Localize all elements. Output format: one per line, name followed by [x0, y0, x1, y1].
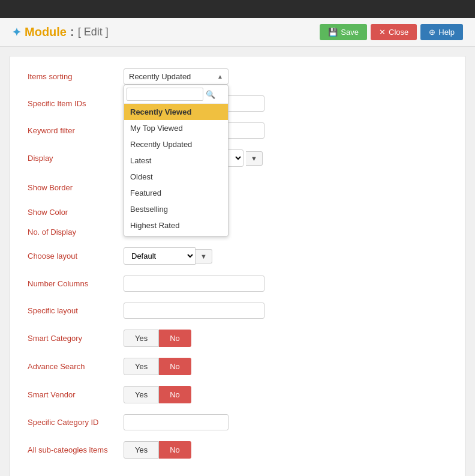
- page-title: ✦ Module : [ Edit ]: [12, 25, 109, 39]
- title-edit: [ Edit ]: [78, 26, 109, 38]
- dropdown-item-featured[interactable]: Featured: [124, 185, 228, 201]
- content-area: Items sorting Recently Updated ▲ 🔍 Recen…: [9, 56, 466, 476]
- show-border-label: Show Border: [28, 183, 124, 192]
- title-separator: :: [70, 25, 74, 39]
- dropdown-item-highest-rated[interactable]: Highest Rated: [124, 217, 228, 233]
- choose-layout-label: Choose layout: [28, 252, 124, 261]
- specific-item-ids-label: Specific Item IDs: [28, 99, 124, 108]
- save-icon: 💾: [328, 28, 338, 37]
- specific-layout-row: Specific layout: [28, 303, 447, 319]
- keyword-filter-row: Keyword filter: [28, 122, 447, 139]
- no-of-display-row: No. of Display: [28, 227, 447, 236]
- advance-search-label: Advance Search: [28, 362, 124, 371]
- show-border-row: Show Border: [28, 178, 447, 197]
- smart-vendor-no-button[interactable]: No: [159, 386, 191, 403]
- smart-category-row: Smart Category Yes No: [28, 330, 447, 347]
- choose-layout-row: Choose layout Default Grid List ▼: [28, 247, 447, 265]
- no-of-display-label: No. of Display: [28, 227, 124, 236]
- dropdown-item-bestselling[interactable]: Bestselling: [124, 201, 228, 217]
- smart-category-yes-button[interactable]: Yes: [124, 330, 159, 347]
- specific-layout-label: Specific layout: [28, 306, 124, 315]
- layout-select[interactable]: Default Grid List: [124, 247, 196, 265]
- number-columns-input[interactable]: [124, 276, 264, 292]
- dropdown-selected-value: Recently Updated: [129, 72, 191, 81]
- layout-arrow-icon: ▼: [196, 249, 212, 264]
- smart-category-label: Smart Category: [28, 334, 124, 343]
- number-columns-row: Number Columns: [28, 276, 447, 292]
- smart-category-toggle: Yes No: [124, 330, 191, 347]
- all-sub-categories-row: All sub-cateogies items Yes No: [28, 441, 447, 459]
- advance-search-yes-button[interactable]: Yes: [124, 358, 159, 375]
- close-button[interactable]: ✕ Close: [371, 24, 417, 40]
- dropdown-arrow-icon: ▲: [217, 73, 223, 80]
- advance-search-toggle: Yes No: [124, 358, 191, 375]
- display-label: Display: [28, 154, 124, 163]
- all-sub-categories-no-button[interactable]: No: [159, 441, 191, 459]
- toolbar-buttons: 💾 Save ✕ Close ⊕ Help: [320, 24, 463, 40]
- specific-category-id-input[interactable]: [124, 414, 229, 430]
- save-button[interactable]: 💾 Save: [320, 24, 367, 40]
- dropdown-item-recently-updated[interactable]: Recently Updated: [124, 136, 228, 152]
- specific-layout-input[interactable]: [124, 303, 264, 319]
- show-color-row: Show Color: [28, 208, 447, 217]
- display-row: Display ▼: [28, 149, 447, 167]
- items-sorting-row: Items sorting Recently Updated ▲ 🔍 Recen…: [28, 68, 447, 85]
- smart-vendor-row: Smart Vendor Yes No: [28, 386, 447, 403]
- help-icon: ⊕: [429, 28, 435, 37]
- title-bar: ✦ Module : [ Edit ] 💾 Save ✕ Close ⊕ Hel…: [0, 18, 475, 47]
- dropdown-item-oldest[interactable]: Oldest: [124, 169, 228, 185]
- top-bar: [0, 0, 475, 18]
- specific-category-id-label: Specific Category ID: [28, 418, 124, 427]
- all-sub-categories-yes-button[interactable]: Yes: [124, 441, 159, 459]
- page-wrapper: ✦ Module : [ Edit ] 💾 Save ✕ Close ⊕ Hel…: [0, 0, 475, 476]
- number-columns-label: Number Columns: [28, 279, 124, 288]
- dropdown-search-input[interactable]: [127, 88, 203, 101]
- items-sorting-dropdown[interactable]: Recently Updated ▲: [124, 68, 229, 85]
- smart-vendor-toggle: Yes No: [124, 386, 191, 403]
- module-icon: ✦: [12, 26, 21, 39]
- all-sub-categories-label: All sub-cateogies items: [28, 445, 124, 454]
- smart-vendor-label: Smart Vendor: [28, 390, 124, 399]
- show-color-label: Show Color: [28, 208, 124, 217]
- specific-item-ids-row: Specific Item IDs: [28, 95, 447, 112]
- all-sub-categories-toggle: Yes No: [124, 441, 191, 459]
- dropdown-list: Recently Viewed My Top Viewed Recently U…: [124, 104, 228, 236]
- dropdown-item-recently-viewed[interactable]: Recently Viewed: [124, 104, 228, 120]
- dropdown-search-bar: 🔍: [124, 85, 228, 104]
- display-arrow-icon: ▼: [246, 151, 263, 166]
- dropdown-item-most-popular[interactable]: Most Popular: [124, 233, 228, 236]
- help-button[interactable]: ⊕ Help: [420, 24, 463, 40]
- close-icon: ✕: [379, 28, 386, 37]
- layout-select-wrapper: Default Grid List ▼: [124, 247, 212, 265]
- dropdown-search-icon: 🔍: [206, 90, 215, 99]
- advance-search-no-button[interactable]: No: [159, 358, 191, 375]
- items-sorting-label: Items sorting: [28, 72, 124, 81]
- dropdown-item-my-top-viewed[interactable]: My Top Viewed: [124, 120, 228, 136]
- title-module: Module: [25, 25, 67, 39]
- keyword-filter-label: Keyword filter: [28, 126, 124, 135]
- advance-search-row: Advance Search Yes No: [28, 358, 447, 375]
- smart-vendor-yes-button[interactable]: Yes: [124, 386, 159, 403]
- dropdown-item-latest[interactable]: Latest: [124, 152, 228, 169]
- smart-category-no-button[interactable]: No: [159, 330, 191, 347]
- specific-category-id-row: Specific Category ID: [28, 414, 447, 430]
- items-sorting-dropdown-container: Recently Updated ▲ 🔍 Recently Viewed My …: [124, 68, 229, 85]
- dropdown-menu: 🔍 Recently Viewed My Top Viewed Recently…: [124, 85, 229, 236]
